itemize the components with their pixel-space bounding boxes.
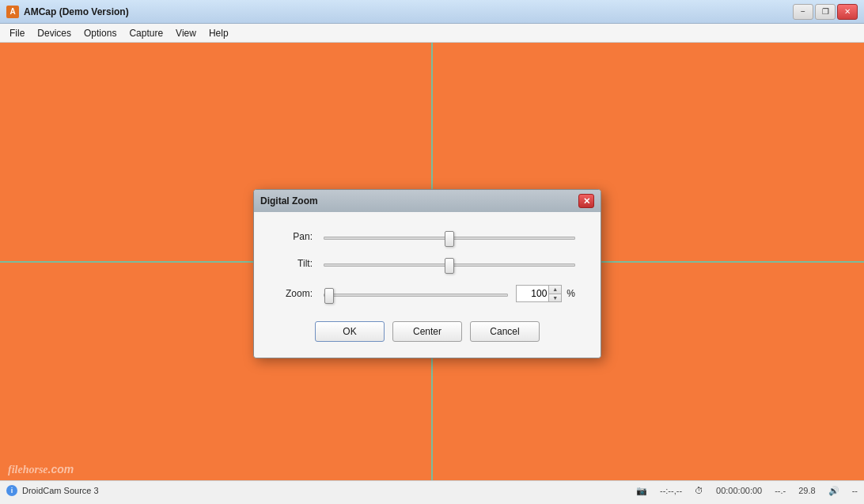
info-icon: i [6, 485, 17, 496]
fps-value: 29.8 [798, 486, 815, 495]
tilt-slider-container [324, 258, 575, 269]
zoom-value-container: ▲ ▼ % [516, 285, 575, 302]
menu-devices[interactable]: Devices [31, 26, 78, 40]
zoom-slider[interactable] [324, 294, 508, 297]
dialog-title-bar: Digital Zoom ✕ [254, 190, 601, 212]
menu-view[interactable]: View [169, 26, 203, 40]
main-preview-area: filehorse.com Digital Zoom ✕ Pan: Tilt: [0, 43, 864, 500]
menu-bar: File Devices Options Capture View Help [0, 24, 864, 43]
restore-button[interactable]: ❐ [815, 4, 836, 20]
recording-icon: 📷 [636, 486, 647, 496]
tilt-label: Tilt: [279, 258, 313, 269]
dialog-close-button[interactable]: ✕ [578, 194, 594, 208]
timer-icon: ⏱ [695, 486, 703, 495]
window-controls: − ❐ ✕ [793, 4, 858, 20]
zoom-decrement-button[interactable]: ▼ [549, 294, 561, 302]
title-bar: A AMCap (Demo Version) − ❐ ✕ [0, 0, 864, 24]
pan-row: Pan: [279, 231, 575, 242]
dialog-title: Digital Zoom [260, 195, 578, 207]
zoom-slider-container [324, 288, 508, 299]
source-label: DroidCam Source 3 [22, 486, 99, 495]
time-separator1: --:--,-- [660, 486, 682, 495]
pan-slider-container [324, 231, 575, 242]
watermark: filehorse.com [8, 463, 74, 476]
cancel-button[interactable]: Cancel [470, 321, 540, 342]
zoom-label: Zoom: [279, 288, 313, 299]
app-icon: A [6, 6, 19, 18]
zoom-row: Zoom: ▲ ▼ % [279, 285, 575, 302]
menu-help[interactable]: Help [203, 26, 235, 40]
dialog-body: Pan: Tilt: Zoom: [254, 212, 601, 358]
pan-slider[interactable] [324, 237, 575, 240]
menu-file[interactable]: File [3, 26, 31, 40]
ok-button[interactable]: OK [315, 321, 385, 342]
dialog-buttons: OK Center Cancel [279, 321, 575, 342]
separator3: -- [852, 486, 858, 495]
status-right: 📷 --:--,-- ⏱ 00:00:00:00 --.- 29.8 🔊 -- [636, 486, 858, 496]
status-bar: i DroidCam Source 3 📷 --:--,-- ⏱ 00:00:0… [0, 480, 864, 500]
app-title: AMCap (Demo Version) [24, 6, 793, 17]
separator2: --.- [775, 486, 786, 495]
center-button[interactable]: Center [392, 321, 462, 342]
menu-options[interactable]: Options [78, 26, 123, 40]
status-left: i DroidCam Source 3 [6, 485, 636, 496]
zoom-value-input[interactable] [516, 285, 549, 302]
volume-icon: 🔊 [828, 486, 839, 496]
minimize-button[interactable]: − [793, 4, 813, 20]
tilt-row: Tilt: [279, 258, 575, 269]
close-button[interactable]: ✕ [837, 4, 858, 20]
pan-label: Pan: [279, 231, 313, 242]
zoom-spinner: ▲ ▼ [549, 285, 562, 302]
digital-zoom-dialog: Digital Zoom ✕ Pan: Tilt: Zoom: [253, 189, 601, 358]
zoom-increment-button[interactable]: ▲ [549, 286, 561, 294]
tilt-slider[interactable] [324, 263, 575, 267]
zoom-percent-label: % [567, 288, 575, 299]
menu-capture[interactable]: Capture [123, 26, 169, 40]
recording-time: 00:00:00:00 [716, 486, 762, 495]
